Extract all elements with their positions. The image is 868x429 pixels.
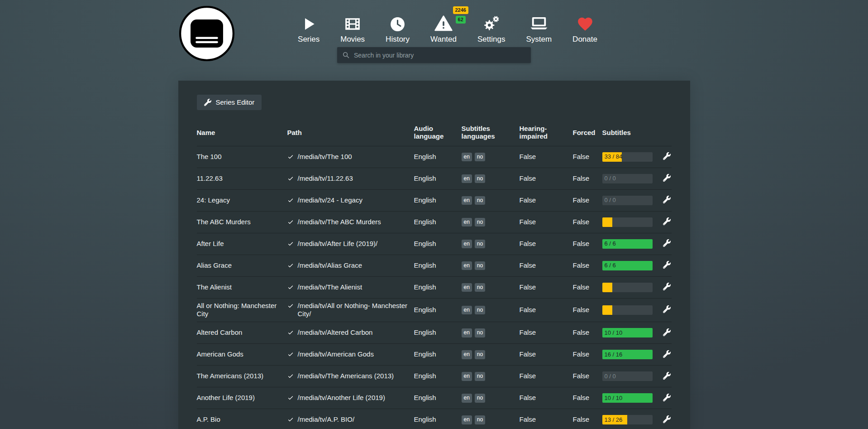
series-name[interactable]: After Life [197, 240, 287, 248]
column-header-path: Path [287, 129, 414, 136]
hearing-impaired-value: False [520, 306, 573, 314]
series-name[interactable]: American Gods [197, 350, 287, 359]
subtitles-progress: 0 / 0 [602, 174, 653, 183]
language-badge: en [462, 394, 472, 402]
series-path: /media/tv/After Life (2019)/ [298, 240, 378, 248]
forced-value: False [573, 372, 602, 381]
wanted-badges: 2246 62 [453, 6, 468, 24]
series-path: /media/tv/The Alienist [298, 283, 362, 292]
nav-item-wanted[interactable]: Wanted 2246 62 [430, 12, 457, 44]
edit-series-button[interactable] [662, 173, 672, 183]
language-badge: en [462, 328, 472, 337]
subtitles-progress-label: 33 / 84 [605, 153, 623, 160]
edit-series-button[interactable] [662, 282, 672, 291]
forced-value: False [573, 306, 602, 314]
main-nav: Series Movies History [14, 12, 868, 44]
wrench-icon [663, 239, 671, 247]
edit-series-button[interactable] [662, 415, 672, 424]
language-badge: no [475, 350, 485, 359]
language-badge: no [475, 218, 485, 227]
check-icon [287, 241, 294, 247]
hearing-impaired-value: False [520, 261, 573, 270]
series-path: /media/tv/American Gods [298, 350, 374, 359]
audio-language: English [414, 394, 462, 402]
series-name[interactable]: The ABC Murders [197, 218, 287, 227]
edit-series-button[interactable] [662, 260, 672, 270]
edit-series-button[interactable] [662, 195, 672, 204]
forced-value: False [573, 350, 602, 359]
search-input[interactable] [354, 52, 526, 59]
series-path: /media/tv/Altered Carbon [298, 328, 373, 337]
subtitles-progress: 0 / 0 [602, 196, 653, 205]
edit-series-button[interactable] [662, 151, 672, 161]
column-header-audio-language: Audio language [414, 125, 462, 140]
edit-series-button[interactable] [662, 217, 672, 226]
library-search [337, 47, 531, 63]
wrench-icon [663, 328, 671, 336]
subtitles-progress [602, 283, 653, 292]
hearing-impaired-value: False [520, 196, 573, 205]
check-icon [287, 351, 294, 357]
hearing-impaired-value: False [520, 394, 573, 402]
audio-language: English [414, 153, 462, 161]
wrench-icon [663, 305, 671, 313]
series-editor-button[interactable]: Series Editor [197, 95, 262, 110]
nav-item-system[interactable]: System [526, 12, 552, 44]
language-badge: en [462, 283, 472, 292]
language-badge: no [475, 283, 485, 292]
language-badge: no [475, 372, 485, 381]
hearing-impaired-value: False [520, 372, 573, 381]
series-name[interactable]: All or Nothing: Manchester City [197, 302, 287, 319]
series-name[interactable]: Another Life (2019) [197, 394, 287, 402]
hearing-impaired-value: False [520, 415, 573, 424]
nav-label: Donate [572, 35, 597, 44]
edit-series-button[interactable] [662, 304, 672, 314]
audio-language: English [414, 196, 462, 205]
forced-value: False [573, 415, 602, 424]
subtitles-progress-label: 6 / 6 [605, 240, 616, 247]
nav-item-settings[interactable]: Settings [477, 12, 505, 44]
clock-icon [389, 12, 406, 33]
nav-item-movies[interactable]: Movies [340, 12, 365, 44]
series-name[interactable]: The 100 [197, 153, 287, 161]
series-name[interactable]: 11.22.63 [197, 174, 287, 183]
subtitles-languages: enno [462, 393, 520, 402]
nav-item-series[interactable]: Series [298, 12, 320, 44]
subtitles-progress-fill [602, 305, 612, 315]
subtitles-progress: 0 / 0 [602, 371, 653, 381]
subtitles-languages: enno [462, 283, 520, 292]
table-row: Alias Grace /media/tv/Alias Grace Englis… [197, 255, 672, 277]
nav-item-donate[interactable]: Donate [572, 12, 597, 44]
nav-label: System [526, 35, 552, 44]
series-name[interactable]: Altered Carbon [197, 328, 287, 337]
series-path: /media/tv/The ABC Murders [298, 218, 381, 227]
wrench-icon [663, 394, 671, 401]
check-icon [287, 175, 294, 182]
subtitles-languages: enno [462, 174, 520, 183]
edit-series-button[interactable] [662, 371, 672, 381]
check-icon [287, 303, 294, 309]
series-name[interactable]: A.P. Bio [197, 415, 287, 424]
series-name[interactable]: 24: Legacy [197, 196, 287, 205]
language-badge: en [462, 261, 472, 270]
subtitles-progress: 13 / 26 [602, 415, 653, 424]
film-icon [344, 12, 361, 33]
series-name[interactable]: The Alienist [197, 283, 287, 292]
edit-series-button[interactable] [662, 393, 672, 402]
table-row: The 100 /media/tv/The 100 English enno F… [197, 146, 672, 168]
wrench-icon [663, 350, 671, 358]
edit-series-button[interactable] [662, 349, 672, 359]
series-name[interactable]: Alias Grace [197, 261, 287, 270]
subtitles-progress: 6 / 6 [602, 261, 653, 270]
series-name[interactable]: The Americans (2013) [197, 372, 287, 381]
nav-label: Wanted [430, 35, 457, 44]
forced-value: False [573, 174, 602, 183]
edit-series-button[interactable] [662, 328, 672, 337]
nav-item-history[interactable]: History [386, 12, 410, 44]
edit-series-button[interactable] [662, 238, 672, 248]
warning-icon [434, 12, 453, 33]
column-header-forced: Forced [573, 129, 602, 136]
forced-value: False [573, 153, 602, 161]
series-path: /media/tv/24 - Legacy [298, 196, 362, 205]
laptop-icon [529, 12, 548, 33]
